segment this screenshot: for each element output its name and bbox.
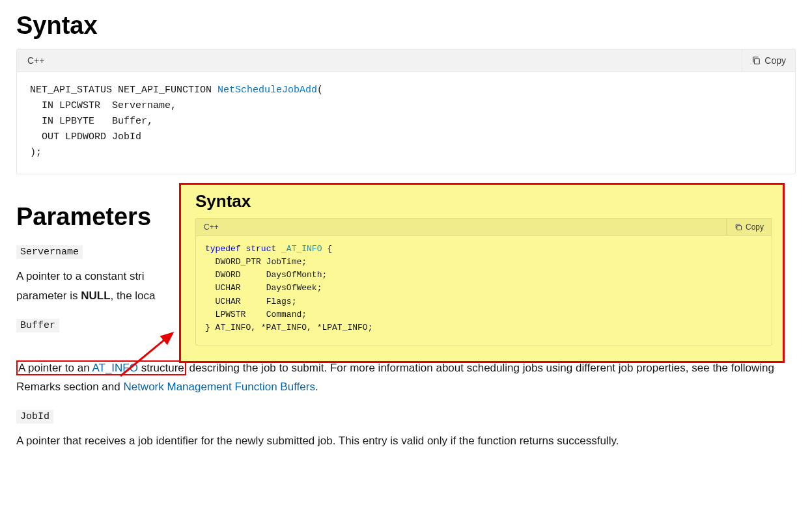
overlay-popup-at-info: Syntax C++ Copy typedef struct _AT_INFO … bbox=[179, 183, 785, 363]
param-name-jobid: JobId bbox=[16, 410, 53, 424]
link-nm-function-buffers[interactable]: Network Management Function Buffers bbox=[123, 381, 315, 393]
param-name-servername: Servername bbox=[16, 245, 83, 259]
param-desc-buffer: A pointer to an AT_INFO structure descri… bbox=[16, 358, 796, 397]
copy-icon bbox=[735, 223, 742, 231]
overlay-heading-syntax: Syntax bbox=[195, 191, 772, 211]
code-block-main: C++ Copy NET_API_STATUS NET_API_FUNCTION… bbox=[16, 49, 796, 174]
overlay-copy-button[interactable]: Copy bbox=[726, 219, 772, 236]
overlay-code-block: C++ Copy typedef struct _AT_INFO { DWORD… bbox=[195, 218, 772, 345]
code-content: NET_API_STATUS NET_API_FUNCTION NetSched… bbox=[17, 72, 795, 174]
heading-syntax: Syntax bbox=[16, 0, 796, 49]
svg-rect-1 bbox=[737, 226, 742, 230]
highlighted-text: A pointer to an AT_INFO structure bbox=[16, 360, 186, 375]
overlay-code-language-label: C++ bbox=[196, 222, 227, 232]
copy-icon bbox=[751, 56, 761, 65]
copy-label: Copy bbox=[764, 55, 786, 66]
overlay-copy-label: Copy bbox=[746, 222, 764, 232]
param-desc-jobid: A pointer that receives a job identifier… bbox=[16, 431, 796, 451]
copy-button[interactable]: Copy bbox=[742, 49, 795, 72]
link-at-info[interactable]: AT_INFO bbox=[92, 362, 138, 374]
code-language-label: C++ bbox=[17, 55, 55, 66]
overlay-code-header: C++ Copy bbox=[196, 219, 772, 236]
code-header: C++ Copy bbox=[17, 49, 795, 72]
param-name-buffer: Buffer bbox=[16, 319, 59, 332]
svg-rect-0 bbox=[755, 59, 760, 64]
overlay-code-content: typedef struct _AT_INFO { DWORD_PTR JobT… bbox=[196, 236, 772, 345]
